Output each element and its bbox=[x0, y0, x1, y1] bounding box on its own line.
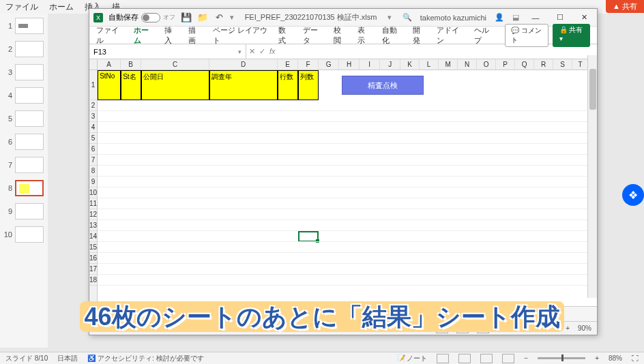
tab-draw[interactable]: 描画 bbox=[188, 25, 201, 46]
sheet-tab-39[interactable]: 39 bbox=[297, 307, 317, 321]
save-icon[interactable]: 💾 bbox=[181, 12, 192, 23]
slide-thumb-1[interactable]: 1 bbox=[3, 18, 45, 34]
sheet-tab-46[interactable]: 46 bbox=[417, 307, 437, 321]
row-header-14[interactable]: 14 bbox=[89, 231, 97, 242]
zoom-slider[interactable] bbox=[510, 327, 557, 329]
row-header-18[interactable]: 18 bbox=[89, 275, 97, 286]
row-header-6[interactable]: 6 bbox=[89, 144, 97, 155]
ppt-view-sorter[interactable] bbox=[458, 354, 471, 363]
autosave-toggle[interactable]: 自動保存 オフ bbox=[108, 12, 175, 22]
zoom-level[interactable]: 90% bbox=[578, 324, 591, 332]
row-header-1[interactable]: 1 bbox=[89, 70, 97, 100]
col-header-P[interactable]: P bbox=[496, 59, 515, 70]
col-header-F[interactable]: F bbox=[298, 59, 319, 70]
sheet-tab-45[interactable]: 45 bbox=[397, 307, 417, 321]
row-header-9[interactable]: 9 bbox=[89, 177, 97, 187]
inspect-button[interactable]: 精査点検 bbox=[342, 76, 424, 95]
ppt-zoom-out[interactable]: − bbox=[524, 354, 528, 362]
close-button[interactable]: ✕ bbox=[576, 13, 593, 22]
tab-view[interactable]: 表示 bbox=[357, 25, 370, 46]
row-header-4[interactable]: 4 bbox=[89, 122, 97, 133]
slide-thumb-9[interactable]: 9 bbox=[3, 203, 45, 219]
ppt-menu-home[interactable]: ホーム bbox=[49, 1, 74, 13]
slide-thumb-3[interactable]: 3 bbox=[3, 64, 45, 80]
slide-thumb-7[interactable]: 7 bbox=[3, 157, 45, 173]
ppt-zoom[interactable]: 88% bbox=[609, 354, 622, 362]
col-header-J[interactable]: J bbox=[380, 59, 400, 70]
slide-thumb-5[interactable]: 5 bbox=[3, 110, 45, 127]
col-header-R[interactable]: R bbox=[534, 59, 553, 70]
search-icon[interactable]: 🔍 bbox=[402, 13, 412, 22]
row-header-3[interactable]: 3 bbox=[89, 111, 97, 122]
slide-thumb-2[interactable]: 2 bbox=[3, 41, 45, 57]
sheet-nav-next[interactable]: ▶ bbox=[107, 310, 121, 318]
ppt-view-normal[interactable] bbox=[437, 354, 449, 363]
row-header-12[interactable]: 12 bbox=[89, 209, 97, 220]
row-header-16[interactable]: 16 bbox=[89, 253, 97, 264]
account-icon[interactable]: 👤 bbox=[495, 13, 504, 22]
sheet-tab-結果[interactable]: 結果 bbox=[437, 307, 463, 321]
tab-insert[interactable]: 挿入 bbox=[164, 25, 177, 46]
ppt-share-button[interactable]: ▲ 共有 bbox=[606, 0, 644, 13]
sheet-add-button[interactable]: ⊕ bbox=[464, 309, 478, 319]
ppt-menu-file[interactable]: ファイル bbox=[5, 1, 38, 13]
col-header-K[interactable]: K bbox=[400, 59, 420, 70]
sheet-tab-37[interactable]: 37 bbox=[238, 307, 258, 321]
col-header-I[interactable]: I bbox=[360, 59, 380, 70]
vertical-scrollbar[interactable] bbox=[587, 55, 597, 298]
cell-stname[interactable]: St名 bbox=[121, 70, 141, 100]
account-name[interactable]: takemoto kazumichi bbox=[420, 14, 486, 22]
col-header-Q[interactable]: Q bbox=[515, 59, 534, 70]
sheet-tab-42[interactable]: 42 bbox=[337, 307, 357, 321]
col-header-O[interactable]: O bbox=[477, 59, 496, 70]
row-header-11[interactable]: 11 bbox=[89, 198, 97, 209]
share-button[interactable]: 🔒 共有 ▾ bbox=[553, 24, 590, 47]
cell-rows[interactable]: 行数 bbox=[278, 70, 298, 100]
zoom-out-icon[interactable]: − bbox=[497, 324, 501, 332]
zoom-in-icon[interactable]: + bbox=[566, 324, 570, 332]
ribbon-mode-icon[interactable]: ⬓ bbox=[512, 13, 519, 22]
view-layout-icon[interactable] bbox=[456, 324, 469, 333]
enter-icon[interactable]: ✓ bbox=[259, 47, 265, 56]
sheet-tab-40[interactable]: 40 bbox=[278, 307, 297, 321]
row-header-7[interactable]: 7 bbox=[89, 155, 97, 166]
cancel-icon[interactable]: ✕ bbox=[249, 47, 255, 56]
col-header-A[interactable]: A bbox=[98, 59, 121, 70]
col-header-S[interactable]: S bbox=[553, 59, 572, 70]
slide-thumb-10[interactable]: 10 bbox=[3, 226, 45, 243]
status-macro-icon[interactable]: ▦ bbox=[130, 324, 136, 332]
sheet-tab-36[interactable]: 36 bbox=[218, 307, 238, 321]
tab-review[interactable]: 校閲 bbox=[334, 25, 347, 46]
col-header-D[interactable]: D bbox=[209, 59, 278, 70]
slide-thumb-6[interactable]: 6 bbox=[3, 134, 45, 150]
sheet-tab-43[interactable]: 43 bbox=[357, 307, 377, 321]
sheet-tab-35[interactable]: 35 bbox=[198, 307, 218, 321]
col-header-C[interactable]: C bbox=[141, 59, 209, 70]
ppt-zoom-slider[interactable] bbox=[538, 357, 585, 359]
row-header-10[interactable]: 10 bbox=[89, 187, 97, 198]
tab-addin[interactable]: アドイン bbox=[437, 25, 463, 46]
cell-pubdate[interactable]: 公開日 bbox=[141, 70, 209, 100]
row-header-2[interactable]: 2 bbox=[89, 100, 97, 111]
name-box[interactable]: F13 bbox=[89, 44, 246, 59]
cell-surveyyear[interactable]: 調査年 bbox=[209, 70, 278, 100]
col-header-H[interactable]: H bbox=[339, 59, 360, 70]
cell-cols[interactable]: 列数 bbox=[298, 70, 319, 100]
slide-thumb-8[interactable]: 8 bbox=[3, 180, 45, 196]
sheet-tab-41[interactable]: 41 bbox=[317, 307, 337, 321]
col-header-M[interactable]: M bbox=[439, 59, 458, 70]
row-header-17[interactable]: 17 bbox=[89, 264, 97, 275]
maximize-button[interactable]: ☐ bbox=[552, 13, 568, 22]
view-break-icon[interactable] bbox=[477, 324, 489, 333]
col-header-E[interactable]: E bbox=[278, 59, 298, 70]
ppt-fit-icon[interactable]: ⛶ bbox=[632, 354, 639, 362]
folder-icon[interactable]: 📁 bbox=[197, 12, 208, 23]
tab-formula[interactable]: 数式 bbox=[278, 25, 291, 46]
sheet-tab-38[interactable]: 38 bbox=[258, 307, 278, 321]
col-header-G[interactable]: G bbox=[319, 59, 339, 70]
tab-home[interactable]: ホーム bbox=[134, 25, 153, 46]
sheet-nav-prev[interactable]: ◀ bbox=[92, 310, 106, 318]
dropbox-icon[interactable]: ❖ bbox=[622, 184, 644, 206]
ppt-zoom-in[interactable]: + bbox=[595, 354, 599, 362]
col-header-N[interactable]: N bbox=[458, 59, 477, 70]
